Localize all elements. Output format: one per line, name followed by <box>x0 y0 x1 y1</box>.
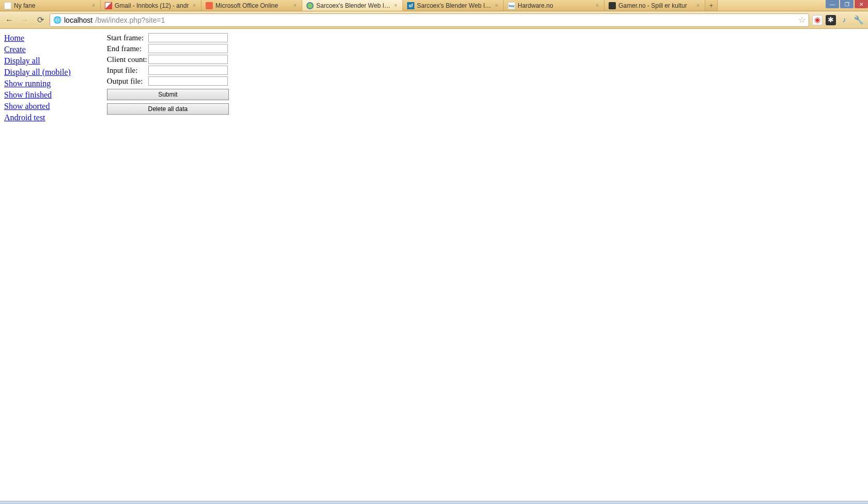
browser-toolbar: ← → ⟳ 🌐 localhost/bwi/index.php?site=1 ☆… <box>0 11 868 29</box>
client-count-label: Client count: <box>107 55 148 64</box>
minimize-button[interactable]: — <box>826 0 839 8</box>
extension-icons: ◉ ✱ ♪ <box>812 15 849 25</box>
forward-button[interactable]: → <box>19 14 31 26</box>
client-count-input[interactable] <box>148 55 228 64</box>
window-controls: — ❐ ✕ <box>825 0 868 9</box>
tab-title: Hardware.no <box>518 2 592 9</box>
tab-title: Sarcoex's Blender Web Inte <box>417 2 491 9</box>
close-icon[interactable]: × <box>695 3 701 8</box>
nav-create[interactable]: Create <box>4 44 71 55</box>
nav-display-all-mobile[interactable]: Display all (mobile) <box>4 67 71 77</box>
tab-gmail[interactable]: Gmail - Innboks (12) - andr × <box>101 0 202 11</box>
nav-show-aborted[interactable]: Show aborted <box>4 101 71 112</box>
tab-gamer[interactable]: Gamer.no - Spill er kultur × <box>605 0 705 11</box>
extension-2-icon[interactable]: ✱ <box>826 15 836 25</box>
tab-title: Sarcoex's Blender Web Inte <box>316 2 391 9</box>
blank-favicon-icon <box>4 2 11 9</box>
address-bar[interactable]: 🌐 localhost/bwi/index.php?site=1 ☆ <box>50 13 809 27</box>
tab-ny-fane[interactable]: Ny fane × <box>0 0 101 11</box>
tab-office[interactable]: Microsoft Office Online × <box>202 0 302 11</box>
browser-tabstrip: Ny fane × Gmail - Innboks (12) - andr × … <box>0 0 868 11</box>
url-host: localhost <box>64 16 92 24</box>
tab-title: Ny fane <box>14 2 88 9</box>
end-frame-input[interactable] <box>148 44 228 53</box>
nav-home[interactable]: Home <box>4 33 71 43</box>
tab-hardware[interactable]: hw Hardware.no × <box>504 0 605 11</box>
nav-android-test[interactable]: Android test <box>4 113 71 123</box>
hw-favicon-icon: hw <box>508 2 515 9</box>
page-content: Home Create Display all Display all (mob… <box>0 29 868 127</box>
maximize-button[interactable]: ❐ <box>840 0 854 8</box>
close-window-button[interactable]: ✕ <box>855 0 868 8</box>
close-icon[interactable]: × <box>192 3 197 8</box>
start-frame-input[interactable] <box>148 33 228 42</box>
start-frame-label: Start frame: <box>107 34 148 42</box>
close-icon[interactable]: × <box>292 3 298 8</box>
sf-favicon-icon: sf <box>407 2 414 9</box>
office-favicon-icon <box>206 2 213 9</box>
globe-favicon-icon <box>306 2 314 9</box>
close-icon[interactable]: × <box>595 3 600 8</box>
extension-1-icon[interactable]: ◉ <box>812 15 823 25</box>
os-taskbar <box>0 501 868 504</box>
input-file-input[interactable] <box>148 66 228 75</box>
tab-title: Gmail - Innboks (12) - andr <box>115 2 189 9</box>
bookmark-star-icon[interactable]: ☆ <box>798 15 805 25</box>
extension-3-icon[interactable]: ♪ <box>839 15 849 25</box>
input-file-label: Input file: <box>107 66 148 75</box>
tab-blender-1[interactable]: Sarcoex's Blender Web Inte × <box>302 0 403 11</box>
delete-all-button[interactable]: Delete all data <box>107 103 229 115</box>
job-form: Start frame: End frame: Client count: In… <box>107 33 229 123</box>
back-button[interactable]: ← <box>3 14 16 26</box>
output-file-label: Output file: <box>107 77 148 86</box>
new-tab-button[interactable]: + <box>705 0 718 11</box>
reload-button[interactable]: ⟳ <box>34 14 47 26</box>
output-file-input[interactable] <box>148 76 228 86</box>
gmail-favicon-icon <box>105 2 112 9</box>
wrench-menu-icon[interactable]: 🔧 <box>853 14 865 26</box>
tab-blender-2[interactable]: sf Sarcoex's Blender Web Inte × <box>403 0 504 11</box>
nav-show-running[interactable]: Show running <box>4 78 71 89</box>
url-path: /bwi/index.php?site=1 <box>95 16 165 24</box>
end-frame-label: End frame: <box>107 44 148 53</box>
nav-show-finished[interactable]: Show finished <box>4 90 71 100</box>
tab-title: Gamer.no - Spill er kultur <box>618 2 693 9</box>
nav-display-all[interactable]: Display all <box>4 56 71 66</box>
tab-title: Microsoft Office Online <box>215 2 290 9</box>
globe-icon: 🌐 <box>53 16 61 24</box>
close-icon[interactable]: × <box>393 3 398 8</box>
sidebar-nav: Home Create Display all Display all (mob… <box>4 33 71 123</box>
close-icon[interactable]: × <box>494 3 499 8</box>
gamer-favicon-icon <box>609 2 616 9</box>
submit-button[interactable]: Submit <box>107 89 229 100</box>
close-icon[interactable]: × <box>91 3 96 8</box>
